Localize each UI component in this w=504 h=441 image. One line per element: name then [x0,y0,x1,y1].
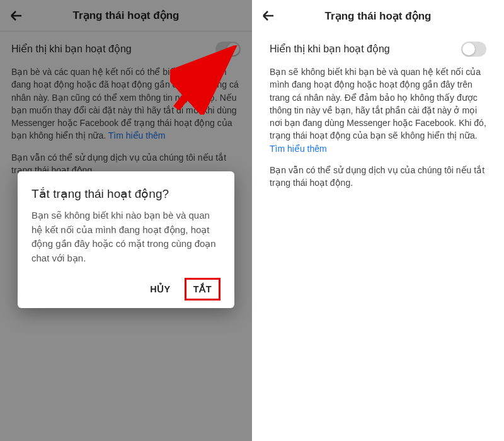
learn-more-link[interactable]: Tìm hiểu thêm [108,130,166,140]
dialog-title: Tắt trạng thái hoạt động? [32,186,220,201]
activity-status-note: Bạn vẫn có thể sử dụng dịch vụ của chúng… [270,164,486,190]
activity-status-description: Bạn sẽ không biết khi bạn bè và quan hệ … [270,66,486,155]
header: Trạng thái hoạt động [252,0,504,32]
description-text: Bạn sẽ không biết khi bạn bè và quan hệ … [270,67,486,140]
back-button[interactable] [260,7,277,25]
page-title: Trạng thái hoạt động [260,9,496,23]
learn-more-link[interactable]: Tìm hiểu thêm [270,144,327,154]
back-arrow-icon [261,8,276,23]
content: Hiển thị khi bạn hoạt động Bạn bè và các… [0,32,252,186]
activity-status-label: Hiển thị khi bạn hoạt động [11,42,132,56]
activity-status-toggle[interactable] [461,42,486,57]
back-arrow-icon [9,8,24,23]
cancel-button[interactable]: HỦY [141,278,180,301]
description-text: Bạn bè và các quan hệ kết nối có thể biế… [11,67,239,140]
dialog-actions: HỦY TẮT [32,278,220,301]
activity-status-description: Bạn bè và các quan hệ kết nối có thể biế… [11,66,241,142]
left-screen: Trạng thái hoạt động Hiển thị khi bạn ho… [0,0,252,441]
activity-status-row: Hiển thị khi bạn hoạt động [11,42,241,57]
activity-status-label: Hiển thị khi bạn hoạt động [270,42,390,56]
page-title: Trạng thái hoạt động [8,9,244,22]
back-button[interactable] [8,7,25,25]
header: Trạng thái hoạt động [0,0,252,32]
right-screen: Trạng thái hoạt động Hiển thị khi bạn ho… [252,0,504,441]
activity-status-toggle[interactable] [215,42,241,57]
activity-status-row: Hiển thị khi bạn hoạt động [270,42,486,57]
confirm-dialog: Tắt trạng thái hoạt động? Bạn sẽ không b… [18,171,234,308]
dialog-body: Bạn sẽ không biết khi nào bạn bè và quan… [32,209,220,265]
confirm-off-button[interactable]: TẮT [185,278,220,301]
content: Hiển thị khi bạn hoạt động Bạn sẽ không … [252,32,504,200]
